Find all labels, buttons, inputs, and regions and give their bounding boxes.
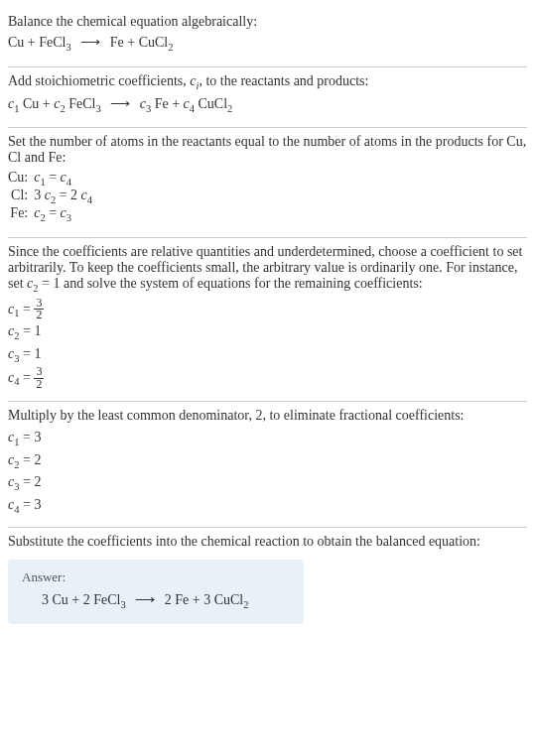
equation-cell: c1 = c4 — [34, 170, 98, 188]
step-4: Since the coefficients are relative quan… — [8, 238, 527, 402]
list-item: c2 = 2 — [8, 450, 527, 472]
plus: + — [28, 35, 36, 50]
reactant-cu: Cu — [8, 35, 24, 50]
product-fe: Fe — [110, 35, 124, 50]
step6-instruction: Substitute the coefficients into the che… — [8, 534, 527, 550]
step-5: Multiply by the least common denominator… — [8, 402, 527, 528]
list-item: c1 = 3 — [8, 428, 527, 449]
table-row: Cl: 3 c2 = 2 c4 — [8, 188, 98, 205]
step-3: Set the number of atoms in the reactants… — [8, 128, 527, 237]
step-2: Add stoichiometric coefficients, ci, to … — [8, 67, 527, 129]
list-item: c4 = 32 — [8, 366, 527, 391]
arrow-icon: ⟶ — [104, 95, 136, 112]
list-item: c2 = 1 — [8, 321, 527, 343]
atom-equations: Cu: c1 = c4 Cl: 3 c2 = 2 c4 Fe: c2 = c3 — [8, 170, 98, 222]
answer-box: Answer: 3 Cu + 2 FeCl3 ⟶ 2 Fe + 3 CuCl2 — [8, 560, 304, 624]
table-row: Cu: c1 = c4 — [8, 170, 98, 188]
plus: + — [127, 35, 135, 50]
step2-equation: c1 Cu + c2 FeCl3 ⟶ c3 Fe + c4 CuCl2 — [8, 95, 527, 114]
step5-instruction: Multiply by the least common denominator… — [8, 408, 527, 424]
step2-instruction: Add stoichiometric coefficients, ci, to … — [8, 73, 527, 91]
element-label: Fe: — [8, 205, 34, 223]
reactant-fecl3: FeCl3 — [39, 35, 70, 50]
step-6: Substitute the coefficients into the che… — [8, 528, 527, 634]
product-cucl2: CuCl2 — [139, 35, 174, 50]
list-item: c4 = 3 — [8, 495, 527, 517]
fraction: 32 — [34, 366, 44, 391]
list-item: c3 = 1 — [8, 344, 527, 366]
equation-cell: 3 c2 = 2 c4 — [34, 188, 98, 205]
answer-label: Answer: — [22, 569, 290, 585]
list-item: c3 = 2 — [8, 472, 527, 494]
table-row: Fe: c2 = c3 — [8, 205, 98, 223]
equation-cell: c2 = c3 — [34, 205, 98, 223]
step4-instruction: Since the coefficients are relative quan… — [8, 244, 527, 294]
step1-instruction: Balance the chemical equation algebraica… — [8, 14, 527, 30]
element-label: Cu: — [8, 170, 34, 188]
element-label: Cl: — [8, 188, 34, 205]
step-1: Balance the chemical equation algebraica… — [8, 8, 527, 67]
balanced-equation: 3 Cu + 2 FeCl3 ⟶ 2 Fe + 3 CuCl2 — [22, 591, 290, 610]
step1-equation: Cu + FeCl3 ⟶ Fe + CuCl2 — [8, 34, 527, 53]
step3-instruction: Set the number of atoms in the reactants… — [8, 134, 527, 166]
coefficient-list: c1 = 32 c2 = 1 c3 = 1 c4 = 32 — [8, 298, 527, 392]
arrow-icon: ⟶ — [74, 34, 106, 51]
arrow-icon: ⟶ — [129, 591, 161, 608]
list-item: c1 = 32 — [8, 298, 527, 322]
coefficient-list: c1 = 3 c2 = 2 c3 = 2 c4 = 3 — [8, 428, 527, 517]
fraction: 32 — [34, 298, 44, 322]
